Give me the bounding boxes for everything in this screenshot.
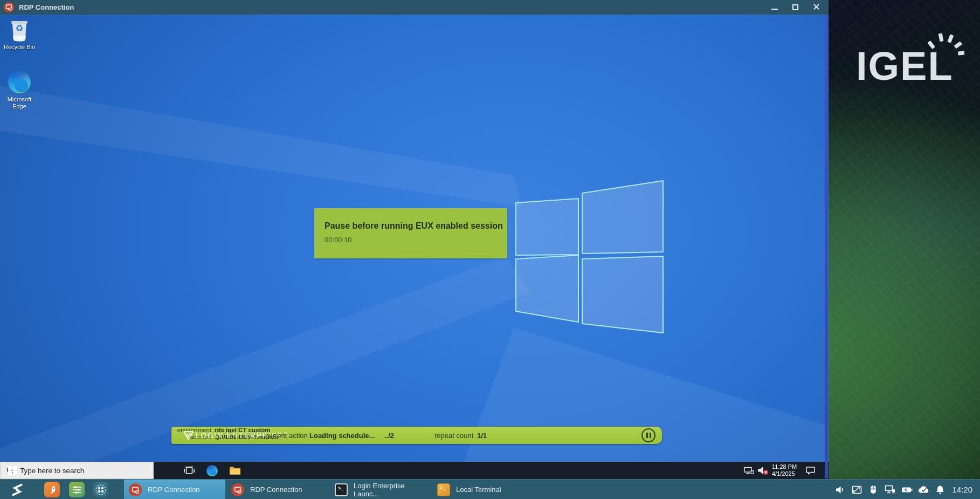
desktop-icon-microsoft-edge[interactable]: Microsoft Edge — [0, 70, 39, 110]
eux-pause-notification: Pause before running EUX enabled session… — [314, 208, 507, 258]
task-view-icon — [184, 466, 195, 475]
cloud-check-icon[interactable] — [917, 484, 929, 496]
start-icon — [8, 466, 17, 475]
rdp-connection-window: RDP Connection — [0, 0, 829, 479]
desktop-icon-label: Microsoft Edge — [0, 96, 39, 110]
app-grid-icon — [95, 484, 106, 495]
task-label: RDP Connection — [148, 486, 200, 494]
display-icon[interactable] — [851, 484, 862, 496]
battery-icon[interactable] — [901, 484, 913, 496]
current-action-value: Loading schedule... — [309, 427, 375, 444]
igel-wallpaper-logo: IGEL — [856, 46, 954, 86]
taskbar-item-local-terminal[interactable]: >_ Local Terminal — [432, 480, 512, 499]
pause-icon — [646, 433, 648, 438]
monitor-plug-icon[interactable] — [884, 484, 896, 496]
pause-icon — [650, 433, 651, 438]
task-label: Login Enterprise Launc... — [354, 482, 431, 498]
mouse-icon[interactable] — [867, 484, 879, 496]
network-tray-icon[interactable] — [742, 462, 756, 479]
file-explorer-icon — [229, 466, 241, 475]
bell-icon[interactable] — [934, 484, 946, 496]
rocket-icon — [47, 485, 57, 495]
task-view-button[interactable] — [181, 462, 197, 479]
igel-taskbar: RDP Connection RDP Connection >_ Login E… — [0, 479, 980, 499]
recycle-symbol-icon: ♻ — [7, 23, 32, 34]
edge-taskbar-button[interactable] — [204, 462, 220, 479]
clock-time: 11:28 PM — [772, 463, 797, 470]
task-label: RDP Connection — [250, 486, 302, 494]
igel-logo-icon — [10, 482, 25, 497]
sliders-icon — [72, 486, 82, 494]
desktop-icon-label: Recycle Bin — [0, 44, 39, 51]
igel-desktop-screen: IGEL RDP Connection — [0, 0, 980, 499]
window-title: RDP Connection — [19, 3, 74, 11]
maximize-icon[interactable] — [792, 4, 798, 10]
rdp-monitor-icon — [231, 483, 244, 496]
pause-button[interactable] — [641, 428, 655, 442]
taskbar-search[interactable] — [0, 462, 154, 479]
login-enterprise-shield-icon — [183, 427, 194, 444]
windows-taskbar: 11:28 PM 4/1/2025 — [0, 462, 829, 479]
settings-button[interactable] — [69, 482, 85, 497]
app-launcher-button[interactable] — [44, 482, 60, 497]
windows-logo — [512, 178, 668, 340]
taskbar-item-login-enterprise-launcher[interactable]: >_ Login Enterprise Launc... — [330, 480, 431, 499]
window-right-border — [825, 15, 828, 479]
igel-menu-button[interactable] — [9, 482, 25, 497]
search-input[interactable] — [19, 466, 137, 475]
rdp-monitor-icon — [4, 2, 14, 12]
notification-title: Pause before running EUX enabled session — [325, 221, 507, 231]
repeat-count-label: repeat count — [434, 427, 473, 444]
task-label: Local Terminal — [456, 486, 501, 494]
taskbar-item-rdp-connection[interactable]: RDP Connection — [226, 480, 329, 499]
login-enterprise-status-bar: LOGIN ENTERPRISE™ current action Loading… — [171, 427, 662, 444]
application-overview-button[interactable] — [93, 482, 108, 497]
recycle-bin-icon: ♻ — [7, 17, 32, 42]
terminal-orange-icon: >_ — [437, 483, 450, 496]
desktop-icon-recycle-bin[interactable]: ♻ Recycle Bin — [0, 17, 39, 51]
minimize-icon[interactable] — [771, 9, 778, 10]
volume-muted-icon[interactable] — [756, 462, 771, 479]
igel-clock: 14:20 — [952, 485, 972, 494]
window-titlebar[interactable]: RDP Connection — [0, 0, 829, 15]
edge-icon — [7, 70, 32, 94]
file-explorer-button[interactable] — [226, 462, 244, 479]
edge-icon — [206, 465, 218, 476]
repeat-count-value: 1/1 — [477, 427, 487, 444]
action-center-icon — [805, 466, 816, 475]
progress-value: ../2 — [384, 427, 394, 444]
notification-timer: 00:00:10 — [325, 236, 507, 244]
current-action-label: current action — [265, 427, 308, 444]
windows-clock[interactable]: 11:28 PM 4/1/2025 — [772, 462, 800, 479]
rdp-monitor-icon — [129, 483, 142, 496]
terminal-dark-icon: >_ — [335, 483, 348, 496]
volume-icon[interactable] — [834, 484, 846, 496]
clock-date: 4/1/2025 — [772, 470, 795, 477]
igel-logo-rays-icon — [925, 30, 967, 61]
action-center-button[interactable] — [802, 462, 818, 479]
start-button[interactable] — [3, 462, 22, 479]
close-icon[interactable] — [813, 3, 820, 12]
taskbar-item-rdp-connection-active[interactable]: RDP Connection — [124, 480, 225, 499]
igel-system-tray: 14:20 — [834, 480, 980, 499]
